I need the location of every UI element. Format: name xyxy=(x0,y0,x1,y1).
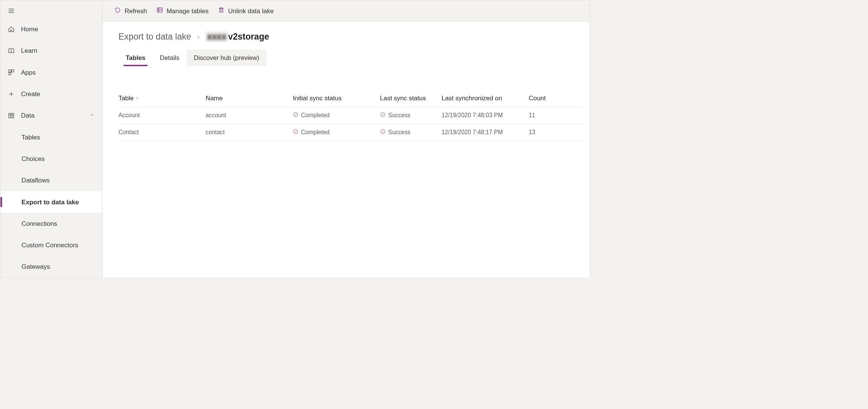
cell-count: 11 xyxy=(529,112,580,119)
sidebar-subitem-label: Choices xyxy=(21,155,44,162)
table-icon xyxy=(8,112,15,119)
col-header-label: Count xyxy=(529,94,546,102)
svg-point-23 xyxy=(293,129,298,133)
sidebar: Home Learn Apps Create Data xyxy=(0,0,103,277)
breadcrumb-parent[interactable]: Export to data lake xyxy=(118,32,191,42)
sidebar-item-apps[interactable]: Apps xyxy=(0,61,102,83)
sidebar-item-label: Create xyxy=(21,90,40,98)
col-header-last-sync[interactable]: Last sync status xyxy=(380,94,442,102)
tab-label: Details xyxy=(160,54,179,61)
sidebar-item-create[interactable]: Create xyxy=(0,83,102,105)
tab-label: Discover hub (preview) xyxy=(194,54,259,61)
sidebar-subitem-export-to-data-lake[interactable]: Export to data lake xyxy=(0,191,102,213)
col-header-name[interactable]: Name xyxy=(205,94,293,102)
app-root: Home Learn Apps Create Data xyxy=(0,0,590,278)
col-header-label: Name xyxy=(205,94,222,102)
sort-ascending-icon: ↑ xyxy=(136,95,138,101)
cell-table: Contact xyxy=(118,129,205,136)
hamburger-button[interactable] xyxy=(0,3,102,18)
svg-rect-17 xyxy=(219,8,223,12)
col-header-label: Initial sync status xyxy=(293,94,342,102)
sidebar-subitem-custom-connectors[interactable]: Custom Connectors xyxy=(0,234,102,256)
svg-point-21 xyxy=(293,112,298,116)
unlink-label: Unlink data lake xyxy=(228,7,274,15)
sidebar-subitem-label: Gateways xyxy=(21,263,50,271)
col-header-label: Last sync status xyxy=(380,94,426,102)
success-check-icon xyxy=(293,129,299,136)
cell-initial-sync-text: Completed xyxy=(301,112,330,119)
success-check-icon xyxy=(380,129,386,136)
table-row[interactable]: Account account Completed Success xyxy=(118,107,582,124)
cell-table: Account xyxy=(118,112,205,119)
cell-last-sync-text: Success xyxy=(388,112,411,119)
plus-icon xyxy=(8,90,15,97)
sidebar-subitem-label: Export to data lake xyxy=(21,198,79,206)
sidebar-item-label: Home xyxy=(21,25,38,33)
cell-initial-sync: Completed xyxy=(293,112,380,119)
cell-last-synchronized-on: 12/19/2020 7:48:03 PM xyxy=(442,112,529,119)
col-header-last-synchronized-on[interactable]: Last synchronized on xyxy=(442,94,529,102)
sidebar-subitem-dataflows[interactable]: Dataflows xyxy=(0,170,102,191)
sidebar-item-home[interactable]: Home xyxy=(0,18,102,40)
grid-icon xyxy=(8,69,15,76)
cell-count: 13 xyxy=(529,129,580,136)
col-header-initial-sync[interactable]: Initial sync status xyxy=(293,94,380,102)
manage-tables-label: Manage tables xyxy=(167,7,209,15)
cell-initial-sync-text: Completed xyxy=(301,129,330,136)
svg-rect-9 xyxy=(9,113,14,118)
manage-tables-button[interactable]: Manage tables xyxy=(156,7,209,15)
tabs: Tables Details Discover hub (preview) xyxy=(103,49,590,66)
breadcrumb-current-blurred: xxxx xyxy=(205,32,228,42)
cell-last-sync: Success xyxy=(380,129,442,136)
unlink-button[interactable]: Unlink data lake xyxy=(218,7,274,15)
chevron-right-icon xyxy=(196,32,201,42)
table-header-row: Table ↑ Name Initial sync status Last sy… xyxy=(118,89,582,107)
sidebar-item-learn[interactable]: Learn xyxy=(0,40,102,61)
cell-last-synchronized-on: 12/19/2020 7:48:17 PM xyxy=(442,129,529,136)
svg-rect-5 xyxy=(12,70,14,72)
sidebar-item-label: Data xyxy=(21,112,35,119)
sidebar-subitem-tables[interactable]: Tables xyxy=(0,126,102,148)
tab-discover-hub[interactable]: Discover hub (preview) xyxy=(187,49,267,66)
content-area: Export to data lake xxxxv2storage Tables… xyxy=(103,21,590,277)
svg-point-24 xyxy=(381,129,385,133)
tables-table: Table ↑ Name Initial sync status Last sy… xyxy=(103,89,590,141)
table-row[interactable]: Contact contact Completed Success xyxy=(118,124,582,141)
cell-initial-sync: Completed xyxy=(293,129,380,136)
sidebar-subitem-choices[interactable]: Choices xyxy=(0,148,102,170)
success-check-icon xyxy=(380,112,386,119)
tab-label: Tables xyxy=(126,54,146,61)
svg-rect-13 xyxy=(157,8,162,12)
col-header-table[interactable]: Table ↑ xyxy=(118,94,205,102)
refresh-button[interactable]: Refresh xyxy=(114,7,147,15)
sidebar-subitem-label: Dataflows xyxy=(21,177,50,184)
sidebar-subitem-label: Connections xyxy=(21,220,57,227)
sidebar-subitem-label: Tables xyxy=(21,133,40,141)
tab-tables[interactable]: Tables xyxy=(118,49,153,66)
refresh-label: Refresh xyxy=(124,7,147,15)
cell-name: account xyxy=(205,112,293,119)
sidebar-subitem-gateways[interactable]: Gateways xyxy=(0,256,102,277)
cell-name: contact xyxy=(205,129,293,136)
svg-rect-4 xyxy=(9,70,11,72)
sidebar-item-data[interactable]: Data xyxy=(0,105,102,126)
sidebar-item-label: Learn xyxy=(21,47,37,55)
success-check-icon xyxy=(293,112,299,119)
table-list-icon xyxy=(156,7,163,15)
tab-details[interactable]: Details xyxy=(153,49,187,66)
sidebar-subitem-connections[interactable]: Connections xyxy=(0,213,102,234)
book-icon xyxy=(8,47,15,54)
svg-rect-6 xyxy=(9,73,11,75)
home-icon xyxy=(8,26,15,32)
sidebar-subitem-label: Custom Connectors xyxy=(21,242,78,249)
chevron-up-icon xyxy=(89,112,95,119)
col-header-count[interactable]: Count xyxy=(529,94,580,102)
refresh-icon xyxy=(114,7,121,15)
sidebar-item-label: Apps xyxy=(21,69,36,76)
svg-point-22 xyxy=(381,112,385,116)
col-header-label: Table xyxy=(118,94,134,102)
trash-icon xyxy=(218,7,225,15)
breadcrumb-current: xxxxv2storage xyxy=(205,32,269,42)
col-header-label: Last synchronized on xyxy=(442,94,502,102)
cell-last-sync: Success xyxy=(380,112,442,119)
